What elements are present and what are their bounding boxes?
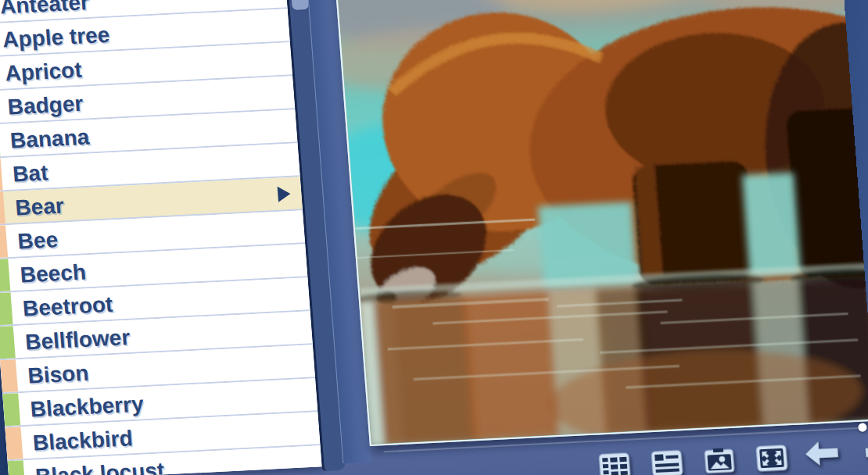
category-stripe (2, 393, 20, 426)
fullscreen-icon[interactable] (755, 445, 789, 473)
list-view-icon[interactable] (651, 449, 684, 475)
grid-view-icon[interactable] (598, 452, 632, 475)
category-stripe (5, 427, 23, 459)
photo-view-icon[interactable] (703, 447, 737, 475)
category-stripe (8, 460, 26, 475)
photo-display (332, 0, 868, 446)
category-stripe (0, 359, 18, 392)
scrollbar-thumb[interactable] (289, 0, 310, 11)
category-stripe (0, 326, 16, 359)
selected-item-arrow-icon (278, 185, 292, 202)
back-arrow-icon[interactable] (801, 437, 841, 470)
bear-photo (334, 0, 868, 445)
species-list: Anteater Apple tree Apricot Badger Banan… (0, 0, 322, 475)
